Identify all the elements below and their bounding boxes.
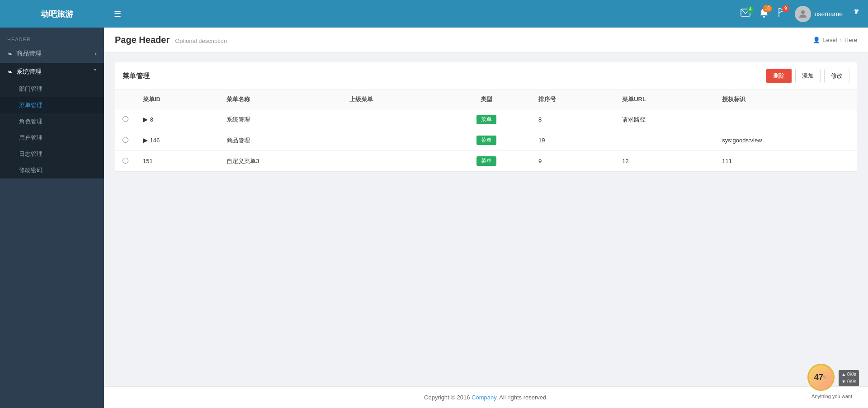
- sidebar-item-department[interactable]: 部门管理: [0, 81, 104, 97]
- card-actions: 删除 添加 修改: [766, 69, 849, 83]
- page-description: Optional description: [175, 38, 227, 44]
- footer-text: Copyright © 2016: [424, 394, 472, 401]
- footer: Copyright © 2016 Company. All rights res…: [104, 386, 868, 408]
- speed-circle: 47%: [807, 364, 835, 391]
- speed-percent-value: 47: [814, 373, 823, 382]
- sidebar: HEADER ❧ 商品管理 ‹ ❧ 系统管理 ˅ 部门管理 菜单管理: [0, 28, 104, 408]
- row3-id: 151: [136, 151, 219, 172]
- row2-name: 商品管理: [219, 130, 342, 151]
- add-button[interactable]: 添加: [795, 69, 821, 83]
- footer-suffix: All rights reserved.: [499, 394, 548, 401]
- goods-icon: ❧: [7, 50, 13, 57]
- top-navigation: 动吧旅游 ☰ 4 10 9: [0, 0, 868, 28]
- table-row: 151 自定义菜单3 菜单 9 12 111: [115, 151, 857, 172]
- content-area: 菜单管理 删除 添加 修改 菜单ID 菜单名称: [104, 53, 868, 386]
- main-content: Page Header Optional description 👤 Level…: [104, 28, 868, 408]
- col-name: 菜单名称: [219, 90, 342, 109]
- row1-url: 请求路径: [615, 109, 715, 130]
- username-label: username: [815, 10, 843, 18]
- flag-button[interactable]: 9: [778, 8, 786, 20]
- sidebar-item-password[interactable]: 修改密码: [0, 162, 104, 178]
- chevron-down-icon: ˅: [94, 68, 97, 75]
- row1-order: 8: [531, 109, 615, 130]
- settings-button[interactable]: [852, 8, 861, 19]
- sidebar-item-system[interactable]: ❧ 系统管理 ˅: [0, 63, 104, 81]
- row3-parent: [342, 151, 441, 172]
- card-header: 菜单管理 删除 添加 修改: [115, 62, 857, 90]
- sidebar-item-menu[interactable]: 菜单管理: [0, 97, 104, 113]
- row1-parent: [342, 109, 441, 130]
- row2-radio-cell[interactable]: [115, 130, 136, 151]
- breadcrumb-separator: ›: [840, 37, 841, 43]
- sidebar-item-user[interactable]: 用户管理: [0, 130, 104, 146]
- type-badge: 菜单: [476, 156, 496, 166]
- row1-radio[interactable]: [123, 116, 128, 122]
- card-title: 菜单管理: [123, 72, 150, 80]
- edit-button[interactable]: 修改: [824, 69, 849, 83]
- row2-order: 19: [531, 130, 615, 151]
- speed-label: Anything you want: [805, 394, 859, 399]
- breadcrumb-icon: 👤: [813, 37, 820, 43]
- row3-auth: 111: [715, 151, 857, 172]
- mail-badge: 4: [747, 6, 754, 13]
- notification-button[interactable]: 10: [760, 8, 769, 20]
- sidebar-item-role[interactable]: 角色管理: [0, 113, 104, 130]
- row3-radio-cell[interactable]: [115, 151, 136, 172]
- col-order: 排序号: [531, 90, 615, 109]
- table-row: ▶ 8 系统管理 菜单 8 请求路径: [115, 109, 857, 130]
- sidebar-header: HEADER: [0, 32, 104, 45]
- row2-auth: sys:goods:view: [715, 130, 857, 151]
- speed-widget: 47% ▲ 0K/s ▼ 0K/s Anything you want: [805, 364, 859, 399]
- row2-parent: [342, 130, 441, 151]
- row2-url: [615, 130, 715, 151]
- flag-badge: 9: [782, 5, 789, 12]
- sidebar-item-log[interactable]: 日志管理: [0, 146, 104, 162]
- upload-speed: ▲ 0K/s: [841, 371, 856, 378]
- row2-id: ▶ 146: [136, 130, 219, 151]
- sidebar-item-goods[interactable]: ❧ 商品管理 ‹: [0, 45, 104, 63]
- hamburger-button[interactable]: ☰: [114, 9, 121, 19]
- type-badge: 菜单: [476, 136, 496, 145]
- notification-badge: 10: [763, 5, 772, 12]
- row3-type: 菜单: [442, 151, 531, 172]
- delete-button[interactable]: 删除: [766, 69, 792, 83]
- footer-company-link[interactable]: Company.: [472, 394, 498, 401]
- type-badge: 菜单: [476, 115, 496, 124]
- nav-left: 动吧旅游 ☰: [7, 9, 121, 19]
- table-row: ▶ 146 商品管理 菜单 19 sys:goods:view: [115, 130, 857, 151]
- row1-auth: [715, 109, 857, 130]
- svg-point-2: [801, 10, 805, 14]
- col-radio: [115, 90, 136, 109]
- download-speed: ▼ 0K/s: [841, 378, 856, 385]
- menu-card: 菜单管理 删除 添加 修改 菜单ID 菜单名称: [115, 62, 857, 172]
- mail-button[interactable]: 4: [741, 9, 750, 19]
- col-auth: 授权标识: [715, 90, 857, 109]
- svg-point-1: [763, 16, 765, 18]
- menu-table: 菜单ID 菜单名称 上级菜单 类型 排序号 菜单URL 授权标识: [115, 90, 857, 171]
- expand-icon[interactable]: ▶: [143, 137, 147, 144]
- col-id: 菜单ID: [136, 90, 219, 109]
- expand-icon[interactable]: ▶: [143, 116, 147, 123]
- sidebar-sub-menu: 部门管理 菜单管理 角色管理 用户管理 日志管理 修改密码: [0, 81, 104, 178]
- breadcrumb: 👤 Level › Here: [813, 37, 857, 43]
- system-icon: ❧: [7, 68, 13, 75]
- page-title: Page Header: [115, 35, 170, 45]
- page-header: Page Header Optional description 👤 Level…: [104, 28, 868, 53]
- layout: HEADER ❧ 商品管理 ‹ ❧ 系统管理 ˅ 部门管理 菜单管理: [0, 28, 868, 408]
- row3-radio[interactable]: [123, 158, 128, 164]
- col-url: 菜单URL: [615, 90, 715, 109]
- breadcrumb-level: Level: [823, 37, 837, 43]
- row1-type: 菜单: [442, 109, 531, 130]
- row3-order: 9: [531, 151, 615, 172]
- row1-id: ▶ 8: [136, 109, 219, 130]
- speed-stats: ▲ 0K/s ▼ 0K/s: [839, 370, 859, 386]
- user-area[interactable]: username: [795, 6, 843, 22]
- row2-radio[interactable]: [123, 137, 128, 143]
- table-header-row: 菜单ID 菜单名称 上级菜单 类型 排序号 菜单URL 授权标识: [115, 90, 857, 109]
- col-parent: 上级菜单: [342, 90, 441, 109]
- row1-radio-cell[interactable]: [115, 109, 136, 130]
- sidebar-item-system-label: 系统管理: [16, 68, 42, 76]
- breadcrumb-here: Here: [844, 37, 857, 43]
- col-type: 类型: [442, 90, 531, 109]
- nav-right: 4 10 9 username: [741, 6, 861, 22]
